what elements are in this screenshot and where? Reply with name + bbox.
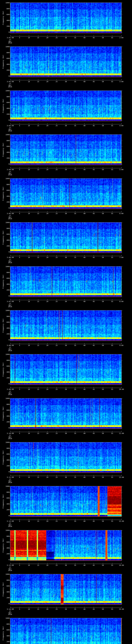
spectrogram-panel: Frequency (Hz)020040060080010003:10:0051… xyxy=(0,396,132,440)
x-tick-label: 55 xyxy=(109,388,115,390)
y-tick-label: 800 xyxy=(4,140,10,142)
x-tick-label: 25 xyxy=(54,344,60,346)
x-tick-label: 10 xyxy=(26,608,32,610)
x-tick-label: 25 xyxy=(54,256,60,258)
y-axis-title: Frequency (Hz) xyxy=(2,274,4,289)
y-tick-label: 0 xyxy=(4,295,10,297)
x-tick-label: 45 xyxy=(91,432,96,434)
y-tick-label: 800 xyxy=(4,52,10,54)
date-label: 2016 xyxy=(5,262,15,264)
x-start-time-label: 3:14:00 xyxy=(3,608,18,610)
x-tick-label: 30 xyxy=(63,608,69,610)
x-tick-label: 45 xyxy=(91,520,96,522)
spectrogram-panel: Frequency (Hz)020040060080010003:03:0051… xyxy=(0,88,132,132)
y-tick-label: 200 xyxy=(4,641,10,642)
y-axis-title: Frequency (Hz) xyxy=(2,362,4,376)
y-tick-label: 600 xyxy=(4,585,10,587)
x-tick-label: 20 xyxy=(44,256,50,258)
y-tick-label: 400 xyxy=(4,64,10,65)
x-tick-label: 30 xyxy=(63,520,69,522)
y-tick-label: 400 xyxy=(4,591,10,593)
x-end-time-label: 5:00 xyxy=(116,169,126,170)
x-tick-label: 5 xyxy=(17,125,22,126)
y-tick-label: 200 xyxy=(4,69,10,71)
x-tick-label: 30 xyxy=(63,169,69,170)
x-tick-label: 55 xyxy=(109,169,115,170)
x-tick-label: 45 xyxy=(91,476,96,478)
y-axis-title: Frequency (Hz) xyxy=(2,494,4,508)
y-tick-label: 1000 xyxy=(4,354,10,355)
x-tick-label: 50 xyxy=(100,125,106,126)
x-start-time-label: 3:12:00 xyxy=(3,520,18,522)
x-tick-label: 5 xyxy=(17,564,22,566)
x-tick-label: 55 xyxy=(109,81,115,82)
x-tick-label: 55 xyxy=(109,564,115,566)
x-tick-label: 5 xyxy=(17,388,22,390)
y-tick-label: 800 xyxy=(4,316,10,317)
x-tick-label: 5 xyxy=(17,608,22,610)
date-label: 2016 xyxy=(5,438,15,439)
x-tick-label: 20 xyxy=(44,388,50,390)
y-tick-label: 1000 xyxy=(4,310,10,311)
x-tick-label: 5 xyxy=(17,300,22,302)
y-axis-title: Frequency (Hz) xyxy=(2,187,4,201)
x-tick-label: 10 xyxy=(26,432,32,434)
y-tick-label: 800 xyxy=(4,623,10,625)
x-end-time-label: 13:00 xyxy=(116,520,126,522)
x-tick-label: 20 xyxy=(44,432,50,434)
x-tick-label: 45 xyxy=(91,81,96,82)
y-tick-label: 0 xyxy=(4,471,10,472)
x-tick-label: 40 xyxy=(82,300,87,302)
x-tick-label: 15 xyxy=(35,81,41,82)
x-tick-label: 40 xyxy=(82,564,87,566)
date-label: 2016 xyxy=(5,42,15,44)
x-tick-label: 15 xyxy=(35,256,41,258)
y-tick-label: 0 xyxy=(4,251,10,253)
x-tick-label: 40 xyxy=(82,388,87,390)
x-tick-label: 25 xyxy=(54,81,60,82)
x-tick-label: 10 xyxy=(26,256,32,258)
y-axis-title: Frequency (Hz) xyxy=(2,230,4,245)
y-tick-label: 200 xyxy=(4,201,10,203)
spectrogram-panel: Frequency (Hz)020040060080010003:02:0051… xyxy=(0,44,132,88)
x-tick-label: 40 xyxy=(82,213,87,214)
spectrogram-panel: Frequency (Hz)020040060080010003:14:0051… xyxy=(0,572,132,616)
x-tick-label: 45 xyxy=(91,125,96,126)
x-tick-label: 30 xyxy=(63,37,69,38)
y-tick-label: 600 xyxy=(4,234,10,235)
x-tick-label: 55 xyxy=(109,432,115,434)
x-end-time-label: 11:00 xyxy=(116,432,126,434)
x-tick-label: 15 xyxy=(35,344,41,346)
x-tick-label: 5 xyxy=(17,520,22,522)
x-tick-label: 40 xyxy=(82,37,87,38)
x-tick-label: 40 xyxy=(82,476,87,478)
spectrogram-panel: Frequency (Hz)020040060080010003:11:0051… xyxy=(0,440,132,484)
x-tick-label: 20 xyxy=(44,169,50,170)
y-tick-label: 200 xyxy=(4,245,10,247)
x-tick-label: 45 xyxy=(91,564,96,566)
x-tick-label: 40 xyxy=(82,125,87,126)
x-tick-label: 5 xyxy=(17,213,22,214)
y-tick-label: 1000 xyxy=(4,178,10,180)
x-tick-label: 50 xyxy=(100,37,106,38)
y-tick-label: 600 xyxy=(4,190,10,191)
x-tick-label: 5 xyxy=(17,81,22,82)
spectrogram-image xyxy=(0,616,132,644)
y-axis-title: Frequency (Hz) xyxy=(2,626,4,640)
x-tick-label: 5 xyxy=(17,256,22,258)
x-tick-label: 20 xyxy=(44,564,50,566)
x-tick-label: 40 xyxy=(82,344,87,346)
y-tick-label: 1000 xyxy=(4,46,10,48)
x-tick-label: 10 xyxy=(26,213,32,214)
y-axis-title: Frequency (Hz) xyxy=(2,11,4,25)
y-tick-label: 0 xyxy=(4,31,10,33)
x-tick-label: 30 xyxy=(63,564,69,566)
y-tick-label: 800 xyxy=(4,228,10,229)
x-end-time-label: 10:00 xyxy=(116,388,126,390)
x-tick-label: 45 xyxy=(91,388,96,390)
y-tick-label: 0 xyxy=(4,559,10,560)
x-tick-label: 5 xyxy=(17,344,22,346)
x-end-time-label: 6:00 xyxy=(116,213,126,214)
y-tick-label: 800 xyxy=(4,579,10,581)
x-tick-label: 25 xyxy=(54,608,60,610)
